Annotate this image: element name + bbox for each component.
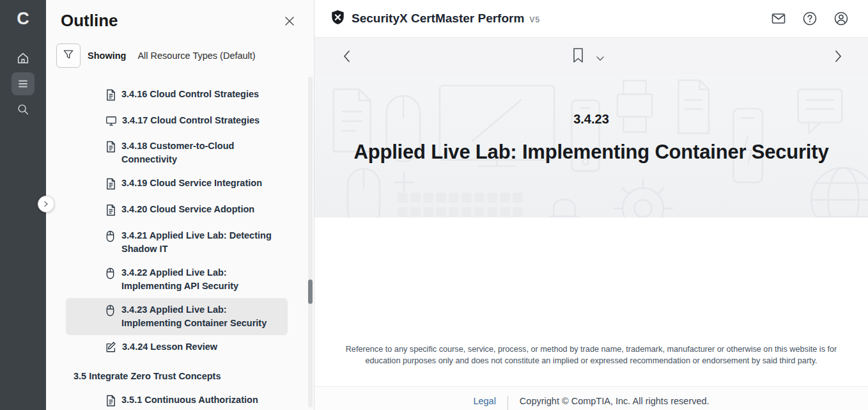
mouse-icon <box>105 304 116 319</box>
main-header: SecurityX CertMaster Perform V5 <box>314 0 868 38</box>
close-icon <box>284 18 295 29</box>
section-header[interactable]: 3.5 Integrate Zero Trust Concepts <box>66 365 288 388</box>
list-item[interactable]: 3.5.1 Continuous Authorization <box>66 388 288 410</box>
list-item-label: 3.4.18 Customer-to-Cloud Connectivity <box>121 139 272 166</box>
list-item-label: 3.4.20 Cloud Service Adoption <box>121 203 254 216</box>
filter-button[interactable] <box>56 43 81 68</box>
list-item[interactable]: 3.4.20 Cloud Service Adoption <box>66 198 288 224</box>
previous-page-button[interactable] <box>343 50 351 65</box>
filter-selected-value[interactable]: All Resource Types (Default) <box>137 51 255 61</box>
list-item-label: 3.4.21 Applied Live Lab: Detecting Shado… <box>121 229 272 256</box>
disclaimer-text: Reference to any specific course, servic… <box>339 343 844 367</box>
bookmark-controls <box>572 47 605 66</box>
product-version-badge: V5 <box>529 15 539 24</box>
header-icons <box>771 11 849 26</box>
outline-scrollbar-thumb[interactable] <box>308 280 313 304</box>
list-item-selected[interactable]: 3.4.23 Applied Live Lab: Implementing Co… <box>66 298 288 335</box>
lesson-title: Applied Live Lab: Implementing Container… <box>314 141 868 164</box>
product-title: SecurityX CertMaster Perform <box>352 12 524 26</box>
list-item[interactable]: 3.4.19 Cloud Service Integration <box>66 171 288 198</box>
lesson-number: 3.4.23 <box>314 112 868 127</box>
filter-funnel-icon <box>62 48 75 63</box>
footer-divider <box>508 396 508 410</box>
mouse-icon <box>105 230 116 245</box>
comptia-logo: C <box>17 8 29 29</box>
lesson-hero-banner: 3.4.23 Applied Live Lab: Implementing Co… <box>314 75 868 217</box>
document-icon <box>105 204 116 219</box>
filter-showing-label: Showing <box>88 51 126 61</box>
next-page-button[interactable] <box>834 50 842 65</box>
sidebar-item-home[interactable] <box>12 47 35 70</box>
monitor-icon <box>105 115 117 129</box>
list-item-label: 3.4.23 Applied Live Lab: Implementing Co… <box>121 303 272 330</box>
list-item-label: 3.4.19 Cloud Service Integration <box>121 177 262 190</box>
footer-content: Legal Copyright © CompTIA, Inc. All righ… <box>473 387 709 410</box>
lesson-heading: 3.4.23 Applied Live Lab: Implementing Co… <box>314 112 868 164</box>
list-item-label: 3.4.16 Cloud Control Strategies <box>121 88 259 101</box>
legal-link[interactable]: Legal <box>473 396 495 406</box>
home-icon <box>16 51 30 65</box>
account-icon[interactable] <box>833 11 849 26</box>
chevron-right-icon <box>43 198 49 210</box>
list-item-label: 3.5.1 Continuous Authorization <box>121 393 258 407</box>
sidebar-item-outline[interactable] <box>12 72 35 95</box>
list-item-label: 3.4.17 Cloud Control Strategies <box>122 114 260 127</box>
chevron-down-icon[interactable] <box>596 52 605 64</box>
outline-list: 3.4.16 Cloud Control Strategies 3.4.17 C… <box>46 83 314 410</box>
lesson-content: Reference to any specific course, servic… <box>314 217 868 410</box>
document-icon <box>105 178 116 193</box>
list-item[interactable]: 3.4.17 Cloud Control Strategies <box>66 109 288 134</box>
collapse-panel-button[interactable] <box>38 196 54 212</box>
list-item[interactable]: 3.4.16 Cloud Control Strategies <box>66 83 288 109</box>
outline-panel: Outline Showing All Resource Types (Defa… <box>46 0 314 410</box>
list-item-label: 3.4.24 Lesson Review <box>122 340 217 354</box>
main-area: SecurityX CertMaster Perform V5 <box>314 0 868 410</box>
mouse-icon <box>105 267 116 282</box>
document-icon <box>105 141 116 155</box>
document-icon <box>105 395 116 409</box>
close-outline-button[interactable] <box>284 15 297 28</box>
app-window: C Outline <box>0 0 868 410</box>
help-icon[interactable] <box>802 11 818 26</box>
lesson-toolbar <box>314 38 868 75</box>
outline-scrollbar-track[interactable] <box>308 77 313 407</box>
mail-icon[interactable] <box>771 11 786 26</box>
menu-icon <box>17 77 29 90</box>
list-item[interactable]: 3.4.18 Customer-to-Cloud Connectivity <box>66 134 288 171</box>
filter-row: Showing All Resource Types (Default) <box>56 43 314 68</box>
page-footer: Legal Copyright © CompTIA, Inc. All righ… <box>314 386 868 410</box>
list-item[interactable]: 3.4.24 Lesson Review <box>66 335 288 361</box>
list-item[interactable]: 3.4.21 Applied Live Lab: Detecting Shado… <box>66 224 288 261</box>
bookmark-icon[interactable] <box>572 47 584 66</box>
search-icon <box>16 102 30 116</box>
sidebar-item-search[interactable] <box>12 98 35 121</box>
list-item-label: 3.4.22 Applied Live Lab: Implementing AP… <box>121 266 272 293</box>
list-item[interactable]: 3.4.22 Applied Live Lab: Implementing AP… <box>66 261 288 298</box>
outline-panel-title: Outline <box>61 11 314 31</box>
document-icon <box>105 89 116 104</box>
copyright-text: Copyright © CompTIA, Inc. All rights res… <box>520 396 709 406</box>
securityx-shield-icon <box>330 10 345 28</box>
edit-icon <box>105 342 117 356</box>
